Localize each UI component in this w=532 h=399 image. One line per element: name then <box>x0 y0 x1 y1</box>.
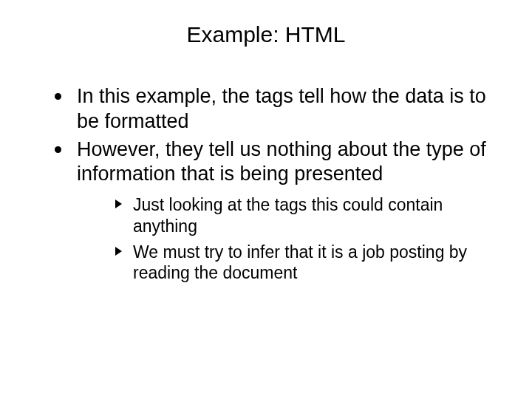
sub-bullet-item: Just looking at the tags this could cont… <box>118 194 502 237</box>
sub-bullet-list: Just looking at the tags this could cont… <box>77 194 502 284</box>
slide-title: Example: HTML <box>30 22 502 47</box>
sub-bullet-item: We must try to infer that it is a job po… <box>118 242 502 284</box>
bullet-list: In this example, the tags tell how the d… <box>30 84 502 284</box>
bullet-text: However, they tell us nothing about the … <box>77 138 486 185</box>
slide: Example: HTML In this example, the tags … <box>0 0 532 399</box>
bullet-item: In this example, the tags tell how the d… <box>59 84 502 134</box>
bullet-item: However, they tell us nothing about the … <box>59 137 502 284</box>
